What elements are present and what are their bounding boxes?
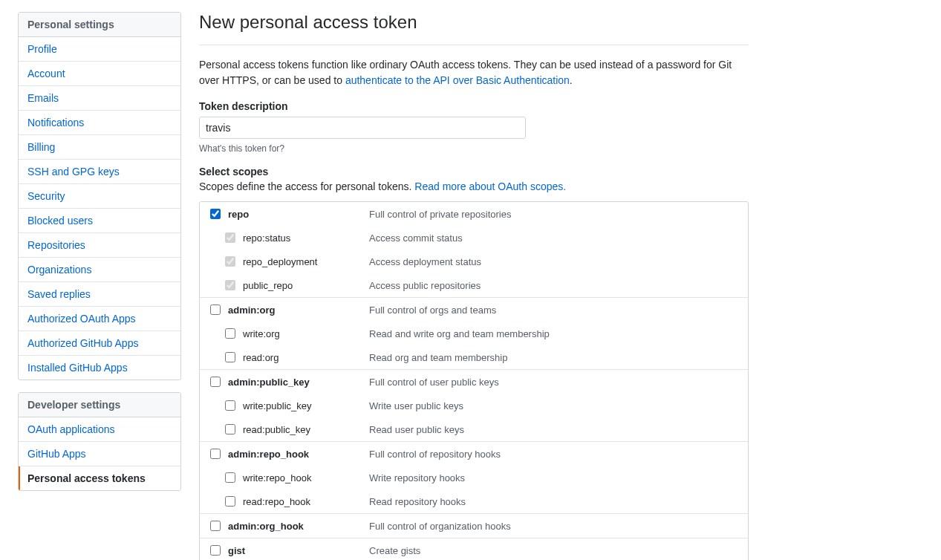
scope-checkbox-admin-org[interactable]: [210, 305, 221, 315]
scope-checkbox-admin-public_key[interactable]: [210, 377, 221, 387]
sidebar-item-personal-access-tokens: Personal access tokens: [19, 466, 180, 490]
scopes-description: Scopes define the access for personal to…: [199, 180, 749, 192]
scope-row-repo: repoFull control of private repositories: [200, 202, 748, 226]
scope-row-gist: gistCreate gists: [200, 538, 748, 560]
scope-desc: Full control of user public keys: [369, 377, 499, 388]
intro-text: Personal access tokens function like ord…: [199, 57, 749, 88]
scope-name: write:org: [243, 328, 369, 339]
scope-row-public_repo: public_repoAccess public repositories: [200, 273, 748, 297]
page-title: New personal access token: [199, 12, 749, 39]
scope-checkbox-repo[interactable]: [210, 209, 221, 219]
sidebar-item-saved-replies[interactable]: Saved replies: [19, 282, 180, 307]
scope-desc: Access public repositories: [369, 280, 481, 291]
scope-desc: Create gists: [369, 545, 420, 556]
scope-desc: Access deployment status: [369, 256, 481, 267]
scope-row-write-public_key: write:public_keyWrite user public keys: [200, 394, 748, 417]
intro-suffix: .: [570, 74, 573, 86]
scope-desc: Read and write org and team membership: [369, 328, 550, 339]
scope-checkbox-repo-status: [225, 232, 235, 243]
scope-checkbox-admin-org_hook[interactable]: [210, 521, 221, 531]
token-description-hint: What's this token for?: [199, 143, 749, 154]
sidebar: Personal settings ProfileAccountEmailsNo…: [18, 12, 181, 560]
scope-desc: Write repository hooks: [369, 472, 465, 484]
sidebar-item-ssh-and-gpg-keys[interactable]: SSH and GPG keys: [19, 160, 180, 184]
sidebar-item-installed-github-apps[interactable]: Installed GitHub Apps: [19, 356, 180, 380]
scope-name: read:repo_hook: [243, 496, 369, 507]
token-description-input[interactable]: [199, 117, 526, 139]
scope-group-admin-org: admin:orgFull control of orgs and teamsw…: [200, 298, 748, 370]
scope-desc: Full control of organization hooks: [369, 521, 511, 532]
scopes-docs-link[interactable]: Read more about OAuth scopes.: [414, 180, 566, 192]
token-description-label: Token description: [199, 100, 749, 112]
scope-name: gist: [228, 545, 369, 556]
scope-checkbox-gist[interactable]: [210, 545, 221, 556]
scope-desc: Read user public keys: [369, 424, 464, 435]
scope-name: admin:org: [228, 305, 369, 316]
sidebar-item-authorized-oauth-apps[interactable]: Authorized OAuth Apps: [19, 307, 180, 331]
sidebar-item-profile[interactable]: Profile: [19, 37, 180, 62]
main-content: New personal access token Personal acces…: [199, 12, 749, 560]
scope-group-repo: repoFull control of private repositories…: [200, 202, 748, 298]
scope-group-admin-org_hook: admin:org_hookFull control of organizati…: [200, 514, 748, 538]
scope-row-read-org: read:orgRead org and team membership: [200, 345, 748, 369]
scope-desc: Full control of repository hooks: [369, 449, 501, 460]
sidebar-item-blocked-users[interactable]: Blocked users: [19, 209, 180, 233]
scope-row-repo_deployment: repo_deploymentAccess deployment status: [200, 250, 748, 273]
scopes-table: repoFull control of private repositories…: [199, 201, 749, 560]
menu-header-personal: Personal settings: [19, 13, 180, 37]
scope-checkbox-read-repo_hook[interactable]: [225, 496, 235, 507]
scope-name: repo:status: [243, 232, 369, 244]
scope-name: read:org: [243, 352, 369, 363]
sidebar-item-notifications[interactable]: Notifications: [19, 111, 180, 135]
sidebar-item-oauth-applications[interactable]: OAuth applications: [19, 417, 180, 442]
scope-row-write-repo_hook: write:repo_hookWrite repository hooks: [200, 466, 748, 489]
select-scopes-label: Select scopes: [199, 166, 749, 178]
scope-name: repo: [228, 209, 369, 220]
sidebar-item-organizations[interactable]: Organizations: [19, 258, 180, 282]
scope-row-admin-public_key: admin:public_keyFull control of user pub…: [200, 370, 748, 394]
scope-desc: Access commit status: [369, 232, 463, 244]
scope-name: public_repo: [243, 280, 369, 291]
scope-checkbox-public_repo: [225, 280, 235, 290]
scope-desc: Read org and team membership: [369, 352, 507, 363]
personal-settings-menu: Personal settings ProfileAccountEmailsNo…: [18, 12, 181, 380]
scope-row-write-org: write:orgRead and write org and team mem…: [200, 322, 748, 345]
scopes-desc-prefix: Scopes define the access for personal to…: [199, 180, 414, 192]
scope-name: admin:repo_hook: [228, 449, 369, 460]
scope-group-gist: gistCreate gists: [200, 538, 748, 560]
scope-row-admin-org: admin:orgFull control of orgs and teams: [200, 298, 748, 322]
scope-row-admin-org_hook: admin:org_hookFull control of organizati…: [200, 514, 748, 538]
scope-name: repo_deployment: [243, 256, 369, 267]
scope-desc: Full control of private repositories: [369, 209, 511, 220]
intro-auth-link[interactable]: authenticate to the API over Basic Authe…: [345, 74, 570, 86]
sidebar-item-billing[interactable]: Billing: [19, 135, 180, 160]
scope-name: write:repo_hook: [243, 472, 369, 484]
scope-name: write:public_key: [243, 400, 369, 411]
sidebar-item-emails[interactable]: Emails: [19, 86, 180, 111]
scope-checkbox-read-public_key[interactable]: [225, 424, 235, 434]
menu-header-developer: Developer settings: [19, 393, 180, 417]
sidebar-item-account[interactable]: Account: [19, 62, 180, 86]
scope-checkbox-read-org[interactable]: [225, 352, 235, 362]
scope-desc: Full control of orgs and teams: [369, 305, 496, 316]
scope-checkbox-write-public_key[interactable]: [225, 400, 235, 411]
scope-name: admin:org_hook: [228, 521, 369, 532]
sidebar-item-authorized-github-apps[interactable]: Authorized GitHub Apps: [19, 331, 180, 356]
scope-group-admin-public_key: admin:public_keyFull control of user pub…: [200, 370, 748, 442]
sidebar-item-github-apps[interactable]: GitHub Apps: [19, 442, 180, 466]
sidebar-item-repositories[interactable]: Repositories: [19, 233, 180, 258]
scope-row-admin-repo_hook: admin:repo_hookFull control of repositor…: [200, 442, 748, 466]
scope-name: read:public_key: [243, 424, 369, 435]
scope-checkbox-admin-repo_hook[interactable]: [210, 449, 221, 459]
developer-settings-menu: Developer settings OAuth applicationsGit…: [18, 392, 181, 491]
scope-row-read-repo_hook: read:repo_hookRead repository hooks: [200, 489, 748, 513]
scope-checkbox-repo_deployment: [225, 256, 235, 267]
scope-checkbox-write-org[interactable]: [225, 328, 235, 339]
scope-desc: Write user public keys: [369, 400, 463, 411]
scope-row-read-public_key: read:public_keyRead user public keys: [200, 417, 748, 441]
scope-desc: Read repository hooks: [369, 496, 466, 507]
scope-checkbox-write-repo_hook[interactable]: [225, 472, 235, 483]
sidebar-item-security[interactable]: Security: [19, 184, 180, 209]
scope-row-repo-status: repo:statusAccess commit status: [200, 226, 748, 250]
scope-name: admin:public_key: [228, 377, 369, 388]
